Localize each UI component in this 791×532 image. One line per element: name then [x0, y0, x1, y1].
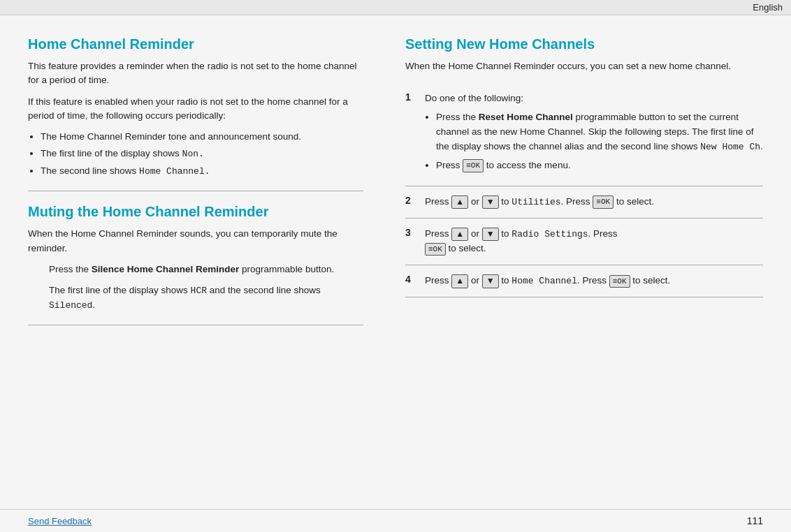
or-text-step4: or [471, 275, 479, 286]
section2-indented: Press the Silence Home Channel Reminder … [49, 263, 363, 312]
right-intro: When the Home Channel Reminder occurs, y… [405, 59, 763, 73]
left-divider1 [28, 191, 363, 191]
section2-indented-p1: Press the Silence Home Channel Reminder … [49, 263, 363, 276]
up-arrow-step2: ▲ [451, 195, 468, 209]
step-num-1: 1 [405, 83, 425, 186]
step1-bullet2: Press ≡OK to access the menu. [436, 158, 763, 173]
step2-code: Utilities [511, 197, 560, 207]
step3-code: Radio Settings [511, 229, 588, 239]
left-divider2 [28, 325, 363, 325]
bullet-item-2: The first line of the display shows Non. [41, 147, 363, 161]
step-row-2: 2 Press ▲ or ▼ to Utilities. Press ≡OK t… [405, 186, 763, 219]
left-column: Home Channel Reminder This feature provi… [28, 36, 363, 338]
step-row-3: 3 Press ▲ or ▼ to Radio Settings. Press … [405, 219, 763, 265]
or-text-step2: or [471, 196, 479, 207]
ok-button-icon-step2: ≡OK [593, 195, 614, 208]
step-num-2: 2 [405, 186, 425, 219]
section1-para1: This feature provides a reminder when th… [28, 59, 363, 88]
step-num-4: 4 [405, 265, 425, 297]
bullet2-code: Non. [182, 149, 204, 159]
ok-button-icon-step1: ≡OK [463, 159, 484, 172]
send-feedback-link[interactable]: Send Feedback [28, 516, 92, 526]
step-content-4: Press ▲ or ▼ to Home Channel. Press ≡OK … [425, 265, 763, 297]
bullet-item-3: The second line shows Home Channel. [41, 164, 363, 179]
section1-para2: If this feature is enabled when your rad… [28, 95, 363, 124]
step-content-1: Do one of the following: Press the Reset… [425, 83, 763, 186]
top-bar: English [0, 0, 791, 15]
section1-bullet-list: The Home Channel Reminder tone and annou… [41, 130, 363, 178]
ok-button-icon-step3: ≡OK [425, 243, 446, 256]
section2-title: Muting the Home Channel Reminder [28, 204, 363, 220]
page-number: 111 [747, 515, 763, 526]
right-header: Setting New Home Channels When the Home … [405, 36, 763, 73]
step-content-3: Press ▲ or ▼ to Radio Settings. Press ≡O… [425, 219, 763, 265]
step-row-4: 4 Press ▲ or ▼ to Home Channel. Press ≡O… [405, 265, 763, 297]
right-section-title: Setting New Home Channels [405, 36, 763, 52]
bullet3-code: Home Channel. [139, 166, 210, 177]
step4-code: Home Channel [511, 276, 577, 286]
up-arrow-step4: ▲ [451, 274, 468, 288]
section1-title: Home Channel Reminder [28, 36, 363, 52]
step1-bullets: Press the Reset Home Channel programmabl… [436, 110, 763, 173]
ok-button-icon-step4: ≡OK [609, 275, 630, 288]
up-arrow-step3: ▲ [451, 228, 468, 242]
step1-bullet1: Press the Reset Home Channel programmabl… [436, 110, 763, 154]
language-label: English [753, 2, 783, 13]
down-arrow-step4: ▼ [482, 274, 499, 288]
bullet-item-1: The Home Channel Reminder tone and annou… [41, 130, 363, 144]
down-arrow-step2: ▼ [482, 195, 499, 209]
section2-indented-p2: The first line of the display shows HCR … [49, 283, 363, 312]
steps-table: 1 Do one of the following: Press the Res… [405, 83, 763, 297]
right-column: Setting New Home Channels When the Home … [391, 36, 763, 338]
content-area: Home Channel Reminder This feature provi… [0, 15, 791, 352]
or-text-step3: or [471, 228, 479, 239]
down-arrow-step3: ▼ [482, 228, 499, 242]
footer: Send Feedback 111 [0, 509, 791, 532]
step-num-3: 3 [405, 219, 425, 265]
step1-intro: Do one of the following: [425, 91, 763, 106]
section2-para1: When the Home Channel Reminder sounds, y… [28, 227, 363, 256]
step-row-1: 1 Do one of the following: Press the Res… [405, 83, 763, 186]
step-content-2: Press ▲ or ▼ to Utilities. Press ≡OK to … [425, 186, 763, 219]
